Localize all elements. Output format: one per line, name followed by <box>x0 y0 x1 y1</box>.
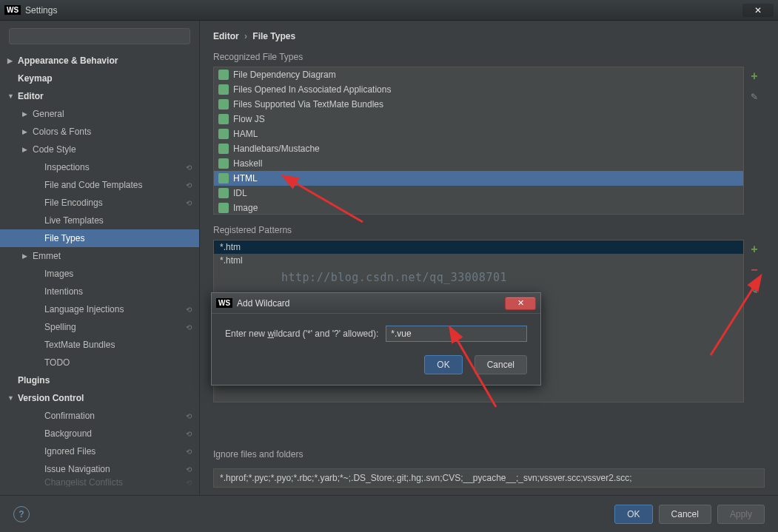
filetype-row[interactable]: Files Supported Via TextMate Bundles <box>214 97 743 112</box>
breadcrumb: Editor › File Types <box>213 31 765 41</box>
apply-button[interactable]: Apply <box>717 505 765 524</box>
wildcard-label: Enter new wildcard ('*' and '?' allowed)… <box>225 329 378 339</box>
filetype-row[interactable]: Image <box>214 201 743 215</box>
dialog-close-button[interactable]: ✕ <box>505 297 536 310</box>
reset-icon: ⟲ <box>186 465 192 474</box>
reset-icon: ⟲ <box>186 448 192 456</box>
filetype-row[interactable]: Haskell <box>214 156 743 171</box>
pattern-row[interactable]: *.html <box>214 254 743 267</box>
sidebar-item-label: Plugins <box>18 375 50 385</box>
wildcard-input[interactable] <box>386 326 527 342</box>
filetype-row[interactable]: File Dependency Diagram <box>214 67 743 82</box>
help-button[interactable]: ? <box>13 506 30 522</box>
dialog-badge: WS <box>216 298 232 308</box>
filetype-icon <box>218 158 229 169</box>
sidebar-item-label: TextMate Bundles <box>44 340 115 350</box>
reset-icon: ⟲ <box>186 479 192 487</box>
sidebar-item-label: Background <box>44 428 92 439</box>
sidebar-item-label: Inspections <box>44 162 90 172</box>
sidebar-item-general[interactable]: ▶General <box>0 105 199 123</box>
expand-arrow-icon: ▶ <box>22 128 31 135</box>
patterns-toolbar: + − ✎ <box>744 240 765 439</box>
settings-sidebar: 🔍 ▶Appearance & BehaviorKeymap▼Editor▶Ge… <box>0 21 200 495</box>
add-pattern-button[interactable]: + <box>748 243 761 256</box>
sidebar-item-label: File Encodings <box>44 198 103 208</box>
reset-icon: ⟲ <box>186 199 192 207</box>
sidebar-item-label: Spelling <box>44 322 76 332</box>
sidebar-item-code-style[interactable]: ▶Code Style <box>0 141 199 158</box>
sidebar-item-colors-fonts[interactable]: ▶Colors & Fonts <box>0 123 199 141</box>
filetype-label: IDL <box>233 188 247 198</box>
sidebar-item-label: Keymap <box>18 73 53 84</box>
filetype-row[interactable]: Flow JS <box>214 112 743 127</box>
filetype-row[interactable]: Handlebars/Mustache <box>214 141 743 156</box>
filetype-row[interactable]: IDL <box>214 186 743 201</box>
sidebar-item-label: Emmet <box>33 251 61 261</box>
dialog-title-text: Add Wildcard <box>237 298 289 309</box>
filetype-icon <box>218 144 229 154</box>
remove-pattern-button[interactable]: − <box>748 263 761 277</box>
sidebar-item-label: General <box>33 109 64 119</box>
window-title: Settings <box>25 5 57 16</box>
sidebar-item-label: Confirmation <box>44 411 95 421</box>
ignore-files-input[interactable] <box>213 468 765 488</box>
sidebar-item-file-and-code-templates[interactable]: File and Code Templates⟲ <box>0 176 199 194</box>
reset-icon: ⟲ <box>186 430 192 438</box>
settings-search-input[interactable] <box>9 28 190 44</box>
sidebar-item-live-templates[interactable]: Live Templates <box>0 212 199 229</box>
sidebar-item-label: Colors & Fonts <box>33 127 91 137</box>
sidebar-item-label: Changelist Conflicts <box>44 478 123 487</box>
app-badge: WS <box>4 5 21 15</box>
sidebar-item-appearance-behavior[interactable]: ▶Appearance & Behavior <box>0 52 199 70</box>
edit-filetype-button[interactable]: ✎ <box>748 90 761 104</box>
filetype-row[interactable]: HAML <box>214 127 743 141</box>
dialog-titlebar: WS Add Wildcard ✕ <box>212 293 540 314</box>
reset-icon: ⟲ <box>186 412 192 420</box>
filetype-label: Flow JS <box>233 114 265 124</box>
sidebar-item-keymap[interactable]: Keymap <box>0 70 199 87</box>
filetype-row[interactable]: HTML <box>214 171 743 186</box>
sidebar-item-label: Ignored Files <box>44 446 95 457</box>
sidebar-item-spelling[interactable]: Spelling⟲ <box>0 318 199 336</box>
cancel-button[interactable]: Cancel <box>659 505 711 524</box>
sidebar-item-editor[interactable]: ▼Editor <box>0 87 199 105</box>
sidebar-item-ignored-files[interactable]: Ignored Files⟲ <box>0 442 199 460</box>
dialog-cancel-button[interactable]: Cancel <box>474 355 527 374</box>
sidebar-item-todo[interactable]: TODO <box>0 354 199 371</box>
reset-icon: ⟲ <box>186 164 192 172</box>
sidebar-item-background[interactable]: Background⟲ <box>0 425 199 442</box>
sidebar-item-changelist-conflicts[interactable]: Changelist Conflicts⟲ <box>0 478 199 487</box>
sidebar-item-label: File Types <box>44 233 84 243</box>
sidebar-item-file-encodings[interactable]: File Encodings⟲ <box>0 194 199 212</box>
edit-pattern-button[interactable]: ✎ <box>748 284 761 297</box>
expand-arrow-icon: ▶ <box>22 252 31 260</box>
window-close-button[interactable]: ✕ <box>742 4 774 17</box>
filetype-row[interactable]: Files Opened In Associated Applications <box>214 82 743 97</box>
sidebar-item-label: Intentions <box>44 286 83 297</box>
settings-tree: ▶Appearance & BehaviorKeymap▼Editor▶Gene… <box>0 52 199 495</box>
filetype-icon <box>218 99 229 110</box>
sidebar-item-version-control[interactable]: ▼Version Control <box>0 389 199 407</box>
sidebar-item-label: Appearance & Behavior <box>18 55 118 66</box>
dialog-ok-button[interactable]: OK <box>424 355 462 374</box>
ok-button[interactable]: OK <box>614 505 652 524</box>
pattern-row[interactable]: *.htm <box>214 240 743 254</box>
expand-arrow-icon: ▼ <box>7 92 16 100</box>
sidebar-item-emmet[interactable]: ▶Emmet <box>0 247 199 265</box>
filetype-icon <box>218 188 229 198</box>
sidebar-item-confirmation[interactable]: Confirmation⟲ <box>0 407 199 425</box>
sidebar-item-file-types[interactable]: File Types <box>0 229 199 247</box>
sidebar-item-language-injections[interactable]: Language Injections⟲ <box>0 300 199 318</box>
sidebar-item-label: TODO <box>44 357 70 368</box>
sidebar-item-issue-navigation[interactable]: Issue Navigation⟲ <box>0 460 199 478</box>
sidebar-item-textmate-bundles[interactable]: TextMate Bundles <box>0 336 199 354</box>
sidebar-item-intentions[interactable]: Intentions <box>0 283 199 300</box>
breadcrumb-root: Editor <box>213 31 239 41</box>
filetype-label: File Dependency Diagram <box>233 70 336 80</box>
registered-patterns-label: Registered Patterns <box>213 225 765 235</box>
recognized-filetypes-list[interactable]: File Dependency DiagramFiles Opened In A… <box>213 67 744 215</box>
sidebar-item-images[interactable]: Images <box>0 265 199 283</box>
sidebar-item-plugins[interactable]: Plugins <box>0 371 199 389</box>
add-filetype-button[interactable]: + <box>748 70 761 83</box>
sidebar-item-inspections[interactable]: Inspections⟲ <box>0 158 199 176</box>
